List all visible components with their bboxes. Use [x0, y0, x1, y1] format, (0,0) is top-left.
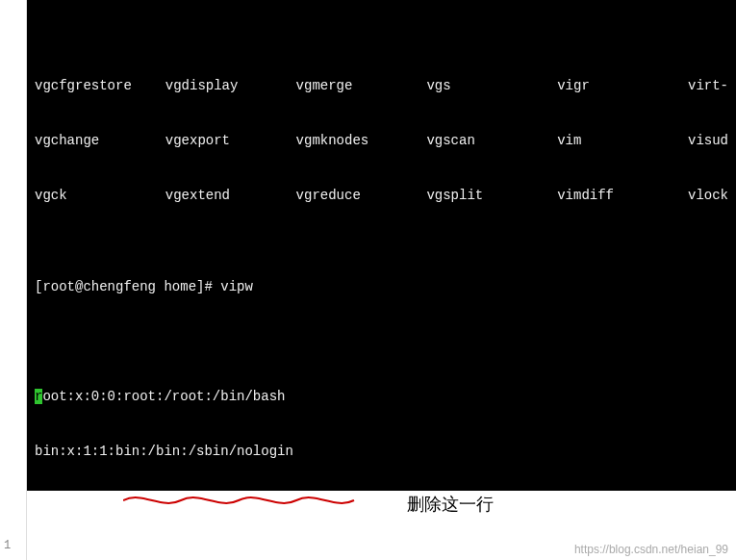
cmd-item: vgsplit — [426, 187, 557, 205]
cmd-item: vimdiff — [557, 187, 688, 205]
cmd-row: vgck vgextend vgreduce vgsplit vimdiff v… — [35, 187, 728, 205]
cmd-item: virt- — [688, 77, 728, 95]
passwd-line-root: root:x:0:0:root:/root:/bin/bash — [35, 388, 728, 406]
cmd-item: vigr — [557, 77, 688, 95]
cmd-item: vlock — [688, 187, 728, 205]
shell-prompt: [root@chengfeng home]# vipw — [35, 278, 728, 296]
terminal-viewport[interactable]: vgcfgrestore vgdisplay vgmerge vgs vigr … — [27, 0, 736, 534]
cmd-item: vgs — [426, 77, 557, 95]
passwd-line: daemon:x:2:2:daemon:/sbin:/sbin/nologin — [35, 497, 728, 516]
cmd-item: vgmknodes — [296, 132, 427, 150]
command-completion-list: vgcfgrestore vgdisplay vgmerge vgs vigr … — [35, 40, 728, 242]
cmd-row: vgchange vgexport vgmknodes vgscan vim v… — [35, 132, 728, 150]
cmd-item: vim — [557, 132, 688, 150]
cmd-item: vgexport — [165, 132, 296, 150]
cmd-item: vgreduce — [296, 187, 427, 205]
cmd-item: vgscan — [426, 132, 557, 150]
editor-gutter: 1 — [0, 0, 27, 560]
cmd-item: vgmerge — [296, 77, 427, 95]
passwd-line-text: oot:x:0:0:root:/root:/bin/bash — [42, 389, 285, 404]
cmd-item: vgextend — [165, 187, 296, 205]
cmd-item: vgcfgrestore — [35, 77, 165, 95]
watermark-text: https://blog.csdn.net/heian_99 — [574, 543, 728, 556]
line-number: 1 — [4, 539, 11, 552]
cmd-item: visud — [688, 132, 728, 150]
passwd-line: bin:x:1:1:bin:/bin:/sbin/nologin — [35, 443, 728, 461]
cmd-item: vgck — [35, 187, 165, 205]
cmd-row: vgcfgrestore vgdisplay vgmerge vgs vigr … — [35, 77, 728, 95]
blank-line — [35, 333, 728, 351]
cmd-item: vgchange — [35, 132, 165, 150]
cmd-item: vgdisplay — [165, 77, 296, 95]
